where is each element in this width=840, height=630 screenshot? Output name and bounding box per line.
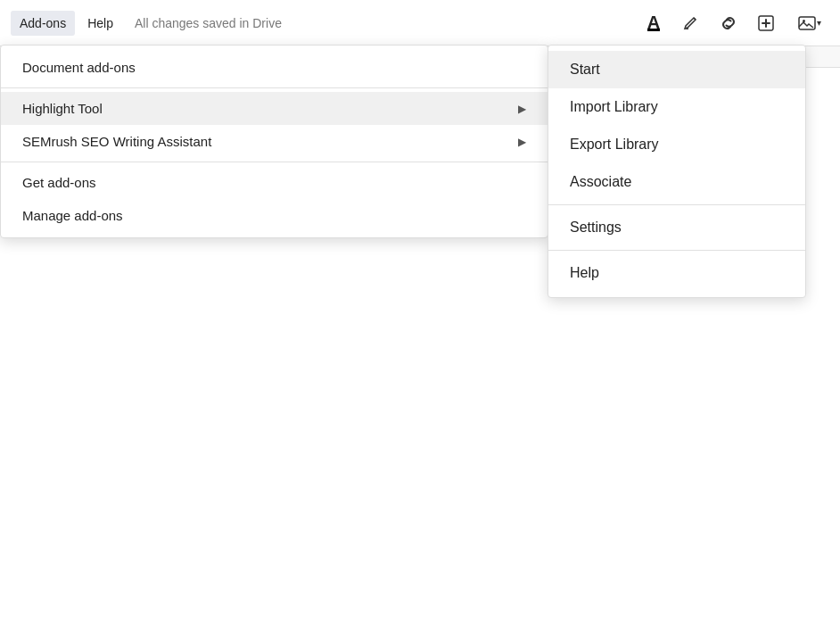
submenu-item-help[interactable]: Help: [548, 254, 805, 292]
submenu-divider-1: [548, 204, 805, 205]
dropdown-item-document-addons[interactable]: Document add-ons: [1, 51, 548, 84]
addons-menu-item[interactable]: Add-ons: [11, 11, 75, 36]
help-menu-item[interactable]: Help: [78, 11, 122, 36]
menu-bar: Add-ons Help All changes saved in Drive …: [0, 0, 840, 46]
text-underline: [647, 29, 660, 31]
image-icon[interactable]: ▾: [788, 8, 829, 38]
dropdown-item-manage-addons[interactable]: Manage add-ons: [1, 199, 548, 232]
dropdown-item-highlight-tool[interactable]: Highlight Tool ▶: [1, 92, 548, 125]
submenu-item-import-library[interactable]: Import Library: [548, 88, 805, 126]
link-icon[interactable]: [713, 8, 744, 38]
text-a: A: [647, 12, 660, 33]
add-icon[interactable]: [751, 8, 781, 38]
highlight-tool-arrow: ▶: [518, 103, 526, 115]
dropdown-divider-2: [1, 162, 548, 162]
dropdown-item-semrush[interactable]: SEMrush SEO Writing Assistant ▶: [1, 125, 548, 158]
dropdown-divider-1: [1, 87, 548, 88]
semrush-arrow: ▶: [518, 136, 526, 148]
dropdown-item-get-addons[interactable]: Get add-ons: [1, 166, 548, 199]
submenu-item-settings[interactable]: Settings: [548, 209, 805, 246]
text-color-icon[interactable]: A: [638, 8, 669, 38]
toolbar-right: A: [638, 8, 829, 38]
submenu-item-associate[interactable]: Associate: [548, 163, 805, 201]
highlight-tool-submenu: Start Import Library Export Library Asso…: [548, 45, 806, 298]
submenu-item-start[interactable]: Start: [548, 51, 805, 88]
save-status: All changes saved in Drive: [126, 11, 291, 36]
highlight-pen-icon[interactable]: [676, 8, 706, 38]
submenu-item-export-library[interactable]: Export Library: [548, 126, 805, 163]
addons-dropdown: Document add-ons Highlight Tool ▶ SEMrus…: [0, 45, 548, 238]
submenu-divider-2: [548, 250, 805, 251]
